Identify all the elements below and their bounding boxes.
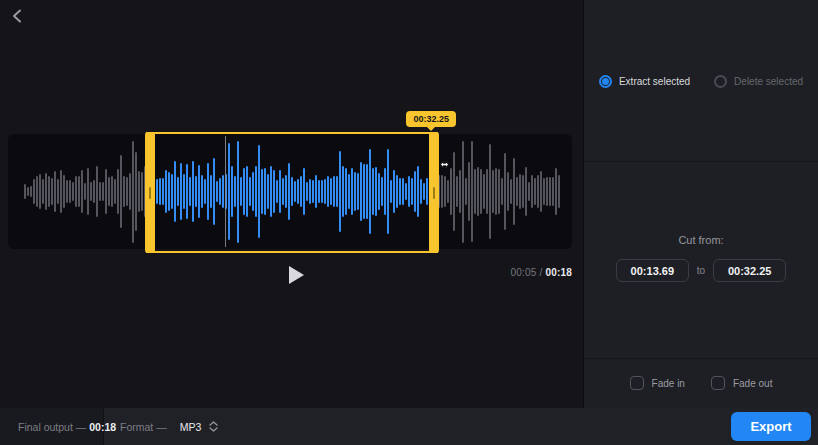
total-time: 00:18: [545, 267, 572, 278]
handle-grip: [149, 187, 151, 199]
radio-checked-icon: [599, 75, 612, 88]
fade-out-option[interactable]: Fade out: [711, 376, 772, 390]
section-divider: [584, 161, 818, 162]
current-time: 00:05: [510, 267, 536, 278]
export-button[interactable]: Export: [731, 412, 811, 441]
footer-bar: Final output — 00:18 Format — MP3 Export: [0, 408, 818, 445]
cut-start-input[interactable]: [616, 259, 689, 282]
extract-selected-label: Extract selected: [619, 76, 690, 87]
fade-in-checkbox[interactable]: [630, 376, 644, 390]
delete-selected-label: Delete selected: [734, 76, 803, 87]
fade-out-checkbox[interactable]: [711, 376, 725, 390]
fade-options-row: Fade in Fade out: [584, 376, 818, 390]
final-output-value: 00:18: [89, 421, 116, 433]
section-divider: [584, 358, 818, 359]
final-output-label: Final output —: [18, 421, 86, 433]
cut-end-input[interactable]: [713, 259, 786, 282]
play-button[interactable]: [284, 263, 308, 287]
audio-cutter-app: 00:32.25 00:05 / 00:18: [0, 0, 818, 445]
transport-bar: 00:05 / 00:18: [8, 258, 572, 292]
chevron-down-icon: [209, 427, 218, 432]
waveform-panel[interactable]: 00:32.25: [8, 134, 572, 249]
mode-radio-group: Extract selected Delete selected: [584, 75, 818, 88]
selection-region[interactable]: 00:32.25: [146, 132, 438, 253]
fade-out-label: Fade out: [733, 378, 772, 389]
to-label: to: [697, 265, 705, 276]
format-stepper[interactable]: [209, 421, 218, 432]
handle-grip: [433, 187, 435, 199]
format-section: Format — MP3: [120, 408, 218, 445]
delete-selected-radio[interactable]: Delete selected: [714, 75, 803, 88]
time-display: 00:05 / 00:18: [510, 267, 572, 278]
back-button[interactable]: [8, 7, 26, 25]
fade-in-label: Fade in: [652, 378, 685, 389]
editor-panel: 00:32.25 00:05 / 00:18: [0, 0, 584, 408]
radio-unchecked-icon: [714, 75, 727, 88]
format-label: Format —: [120, 421, 167, 433]
extract-selected-radio[interactable]: Extract selected: [599, 75, 690, 88]
settings-sidebar: Extract selected Delete selected Cut fro…: [584, 0, 818, 408]
cut-from-label: Cut from:: [584, 234, 818, 246]
selection-handle-right[interactable]: [429, 132, 439, 253]
fade-in-option[interactable]: Fade in: [630, 376, 685, 390]
selection-tooltip: 00:32.25: [406, 111, 456, 127]
chevron-up-icon: [209, 421, 218, 426]
cut-range-row: to: [584, 259, 818, 282]
chevron-left-icon: [12, 9, 22, 23]
final-output-text: Final output — 00:18: [18, 421, 116, 433]
final-output-section: Final output — 00:18: [0, 408, 104, 445]
selection-handle-left[interactable]: [145, 132, 155, 253]
play-icon: [289, 266, 304, 284]
resize-cursor-icon: [436, 156, 453, 174]
format-value: MP3: [180, 421, 202, 433]
